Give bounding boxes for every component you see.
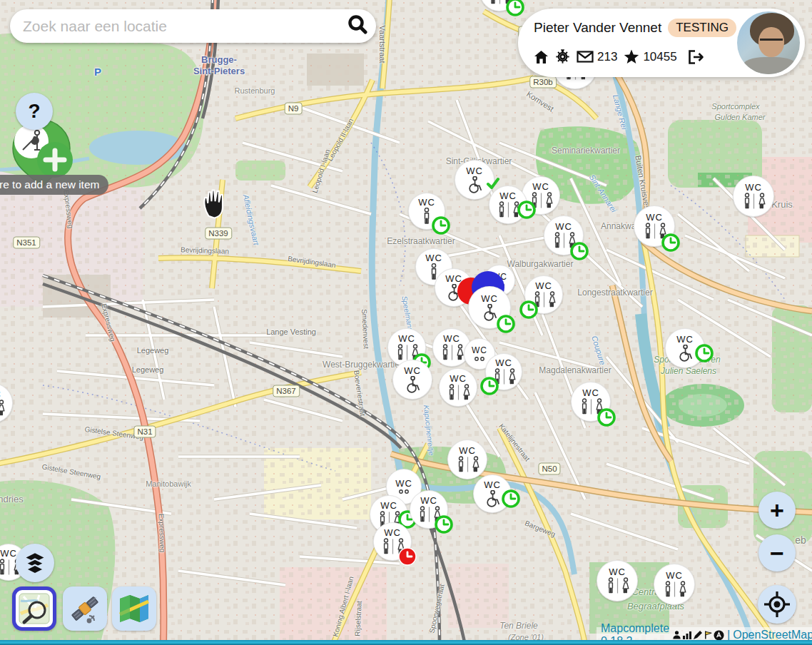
search-bar (10, 9, 376, 43)
mf-icon (661, 581, 688, 598)
marker-wc-label: WC (0, 390, 1, 399)
wheelchair-icon (403, 376, 422, 394)
marker-wc-label: WC (555, 222, 572, 231)
toilet-marker[interactable]: WC (597, 560, 638, 601)
mf-icon (741, 193, 767, 210)
marker-wc-label: WC (404, 366, 421, 375)
flag-icon (704, 630, 713, 640)
open-badge (519, 300, 539, 320)
changeset-count: 10455 (643, 50, 676, 64)
mail-icon[interactable] (577, 51, 594, 63)
basemap-style-osm-button[interactable] (12, 586, 56, 631)
marker-wc-label: WC (676, 335, 694, 344)
marker-wc-label: WC (609, 567, 626, 577)
user-name: Pieter Vander Vennet (534, 20, 661, 36)
wc-only-icon (473, 356, 486, 362)
toilet-marker[interactable]: WC (392, 360, 432, 400)
marker-wc-label: WC (472, 346, 487, 355)
marker-wc-label: WC (484, 480, 501, 489)
open-badge (517, 200, 537, 220)
contributor-icon (672, 630, 681, 640)
layers-button[interactable] (16, 544, 54, 582)
pencil-icon (693, 630, 703, 640)
search-button[interactable] (343, 11, 372, 40)
open-clock-badge (505, 0, 525, 17)
open-badge (431, 215, 451, 235)
open-clock-badge (434, 514, 454, 534)
open-badge (569, 241, 589, 261)
wheelchair-icon (676, 345, 694, 362)
mf-icon (604, 577, 631, 594)
marker-wc-label: WC (535, 281, 552, 290)
basemap-style-satellite-button[interactable] (63, 586, 107, 631)
home-icon[interactable] (534, 50, 549, 64)
geolocate-button[interactable] (758, 585, 796, 624)
mf-icon (445, 384, 472, 401)
open-badge (501, 489, 521, 509)
open-clock-badge (501, 489, 521, 509)
marker-wc-label: WC (450, 374, 467, 383)
open-badge (479, 376, 499, 396)
avatar-jacket (743, 57, 797, 74)
wheelchair-icon (465, 176, 484, 194)
open-badge (434, 514, 454, 534)
marker-wc-label: WC (0, 549, 17, 558)
marker-wc-label: WC (445, 274, 462, 283)
marker-wc-label: WC (481, 294, 498, 303)
open-badge (597, 407, 616, 427)
attribution-icons (672, 630, 724, 641)
open-badge (661, 233, 681, 253)
marker-wc-label: WC (418, 198, 435, 207)
zoom-out-button[interactable]: − (758, 534, 796, 572)
open-badge (505, 0, 525, 17)
basemap-style-map-button[interactable] (112, 586, 156, 631)
toilet-marker[interactable]: WC (654, 564, 695, 605)
zoom-in-button[interactable]: + (758, 492, 796, 529)
user-panel[interactable]: Pieter Vander Vennet TESTING 213 (518, 9, 805, 77)
layers-icon (22, 551, 48, 575)
mf-icon (0, 400, 6, 417)
message-count: 213 (597, 50, 617, 64)
wheelchair-icon (483, 490, 502, 508)
marker-wc-label: WC (420, 496, 437, 505)
license-icon (714, 630, 724, 641)
gear-icon[interactable] (555, 49, 570, 64)
open-clock-badge (597, 407, 616, 427)
star-icon (624, 49, 639, 64)
open-clock-badge (569, 241, 589, 261)
osm-carto-icon (18, 592, 51, 625)
open-clock-badge (694, 343, 714, 363)
toilet-marker[interactable]: WC (733, 176, 774, 217)
marker-wc-label: WC (395, 479, 412, 488)
open-clock-badge (517, 200, 537, 220)
marker-wc-label: WC (398, 334, 415, 343)
marker-wc-label: WC (380, 501, 397, 510)
open-clock-badge (479, 376, 499, 396)
search-icon (345, 13, 370, 37)
marker-wc-label: WC (666, 571, 683, 580)
open-clock-badge (496, 314, 516, 334)
map-viewport[interactable]: { "search": { "placeholder": "Zoek naar … (0, 0, 812, 645)
satellite-icon (68, 591, 102, 626)
marker-wc-label: WC (582, 388, 599, 397)
mf-icon (439, 344, 465, 361)
stats-icon (682, 630, 692, 640)
poi-markers-layer: WC WC WC WC WC WC WC (0, 0, 812, 645)
search-input[interactable] (10, 9, 376, 43)
open-badge (694, 343, 714, 363)
bottom-accent-strip (0, 640, 812, 645)
marker-wc-label: WC (532, 182, 549, 191)
avatar[interactable] (737, 11, 800, 74)
toilet-marker[interactable]: WC (447, 440, 487, 479)
help-button[interactable]: ? (16, 93, 53, 130)
user-testing-badge: TESTING (668, 19, 736, 37)
marker-wc-label: WC (745, 183, 762, 192)
toilet-marker[interactable]: WC (439, 368, 477, 407)
marker-wc-label: WC (466, 166, 483, 176)
toilet-marker[interactable]: WC (0, 383, 13, 423)
logout-icon[interactable] (688, 50, 704, 64)
marker-wc-label: WC (459, 446, 476, 455)
marker-wc-label: WC (425, 253, 442, 263)
marker-wc-label: WC (384, 528, 401, 537)
marker-wc-label: WC (499, 191, 517, 200)
